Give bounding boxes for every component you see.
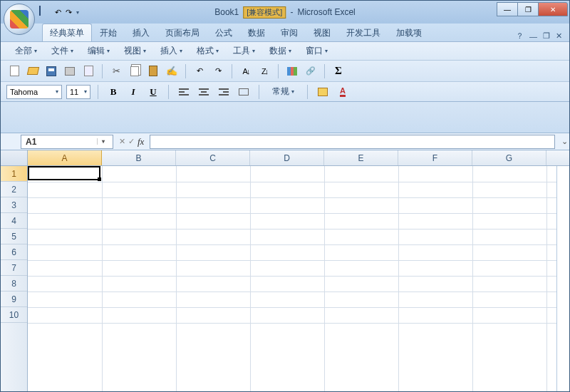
enter-formula-icon[interactable]: ✓ — [128, 137, 135, 146]
align-left-icon[interactable] — [176, 84, 192, 100]
tab-formulas[interactable]: 公式 — [207, 24, 240, 41]
merge-cells-icon[interactable] — [236, 84, 252, 100]
name-box[interactable]: A1 ▾ — [21, 135, 113, 149]
tab-developer[interactable]: 开发工具 — [338, 24, 388, 41]
close-button[interactable]: ✕ — [538, 2, 568, 16]
menu-window[interactable]: 窗口▾ — [300, 43, 333, 58]
font-name-select[interactable]: Tahoma ▾ — [6, 85, 62, 99]
print-icon[interactable] — [62, 63, 78, 79]
row-header-4[interactable]: 4 — [1, 213, 27, 229]
tab-insert[interactable]: 插入 — [125, 24, 157, 41]
child-close-icon[interactable]: ✕ — [556, 31, 562, 41]
row-header-5[interactable]: 5 — [1, 229, 27, 244]
select-all-corner[interactable] — [1, 150, 28, 165]
menu-data[interactable]: 数据▾ — [264, 43, 297, 58]
maximize-button[interactable]: ❐ — [517, 2, 539, 16]
menu-all[interactable]: 全部▾ — [9, 43, 43, 58]
tab-home[interactable]: 开始 — [92, 24, 125, 41]
separator — [278, 64, 279, 78]
qat-dropdown-icon[interactable]: ▾ — [76, 9, 79, 16]
col-header-f[interactable]: F — [398, 150, 472, 165]
tab-review[interactable]: 审阅 — [273, 24, 306, 41]
tab-addins[interactable]: 加载项 — [388, 24, 430, 41]
active-cell[interactable] — [28, 166, 100, 180]
separator — [102, 64, 103, 78]
menu-insert[interactable]: 插入▾ — [155, 43, 188, 58]
chevron-down-icon: ▾ — [56, 88, 58, 95]
undo-icon[interactable]: ↶ — [55, 8, 61, 17]
row-header-2[interactable]: 2 — [1, 182, 27, 197]
col-header-c[interactable]: C — [176, 150, 250, 165]
tab-page-layout[interactable]: 页面布局 — [157, 24, 207, 41]
col-header-g[interactable]: G — [472, 150, 546, 165]
menu-edit[interactable]: 编辑▾ — [82, 43, 115, 58]
row-header-3[interactable]: 3 — [1, 197, 27, 213]
cut-icon[interactable]: ✂ — [108, 63, 124, 79]
separator — [168, 85, 169, 99]
save-icon[interactable] — [43, 63, 59, 79]
col-header-d[interactable]: D — [250, 150, 324, 165]
autosum-icon[interactable]: Σ — [331, 63, 346, 79]
titlebar[interactable]: ↶ ↷ ▾ Book1 [兼容模式] - Microsoft Excel — ❐… — [1, 1, 569, 24]
save-icon[interactable] — [39, 6, 51, 18]
cancel-formula-icon[interactable]: ✕ — [119, 137, 125, 146]
tab-classic-menu[interactable]: 经典菜单 — [42, 24, 92, 41]
underline-button[interactable]: U — [145, 84, 161, 100]
bold-button[interactable]: B — [105, 84, 121, 100]
expand-formula-bar-icon[interactable]: ⌄ — [559, 137, 569, 146]
vertical-scrollbar[interactable] — [556, 166, 569, 391]
undo-icon[interactable]: ↶ — [192, 63, 207, 79]
redo-icon[interactable]: ↷ — [210, 63, 226, 79]
new-icon[interactable] — [6, 63, 22, 79]
row-header-1[interactable]: 1 — [1, 166, 27, 182]
number-format-select[interactable]: 常规▾ — [266, 84, 300, 99]
sort-asc-icon[interactable]: A↓ — [238, 63, 254, 79]
menu-tools[interactable]: 工具▾ — [227, 43, 261, 58]
row-header-9[interactable]: 9 — [1, 292, 27, 307]
child-min-icon[interactable]: — — [529, 32, 537, 41]
row-headers: 1 2 3 4 5 6 7 8 9 10 — [1, 166, 28, 391]
column-headers: A B C D E F G — [1, 150, 569, 166]
fx-icon[interactable]: fx — [138, 136, 144, 148]
tab-view[interactable]: 视图 — [306, 24, 338, 41]
col-header-b[interactable]: B — [102, 150, 176, 165]
chart-icon[interactable] — [284, 63, 300, 79]
minimize-button[interactable]: — — [497, 2, 518, 16]
col-header-a[interactable]: A — [28, 150, 102, 165]
hyperlink-icon[interactable]: 🔗 — [303, 63, 318, 79]
standard-toolbar: ✂ ✍ ↶ ↷ A↓ Z↓ 🔗 Σ — [1, 61, 569, 82]
menu-format[interactable]: 格式▾ — [191, 43, 224, 58]
align-right-icon[interactable] — [216, 84, 232, 100]
child-max-icon[interactable]: ❐ — [543, 31, 550, 41]
sort-desc-icon[interactable]: Z↓ — [256, 63, 272, 79]
row-header-7[interactable]: 7 — [1, 260, 27, 276]
help-icon[interactable]: ？ — [516, 31, 524, 41]
menu-file[interactable]: 文件▾ — [46, 43, 79, 58]
print-preview-icon[interactable] — [81, 63, 96, 79]
tab-data[interactable]: 数据 — [240, 24, 273, 41]
font-color-icon[interactable]: A — [335, 84, 351, 100]
row-header-6[interactable]: 6 — [1, 244, 27, 260]
row-header-10[interactable]: 10 — [1, 307, 27, 323]
open-icon[interactable] — [25, 63, 41, 79]
office-button[interactable] — [4, 4, 35, 35]
fill-color-icon[interactable] — [315, 84, 331, 100]
separator — [307, 85, 308, 99]
format-painter-icon[interactable]: ✍ — [164, 63, 180, 79]
worksheet-grid: A B C D E F G 1 2 3 4 5 6 7 8 9 10 — [1, 150, 569, 391]
row-header-8[interactable]: 8 — [1, 276, 27, 292]
cells-area[interactable] — [28, 166, 556, 391]
redo-icon[interactable]: ↷ — [66, 8, 72, 17]
quick-access-toolbar: ↶ ↷ ▾ — [39, 6, 79, 18]
font-size-select[interactable]: 11 ▾ — [66, 85, 90, 99]
col-header-e[interactable]: E — [324, 150, 398, 165]
chevron-down-icon[interactable]: ▾ — [97, 138, 108, 145]
formula-input[interactable] — [150, 135, 555, 149]
paste-icon[interactable] — [145, 63, 161, 79]
copy-icon[interactable] — [127, 63, 142, 79]
window-controls: — ❐ ✕ — [497, 2, 568, 16]
align-center-icon[interactable] — [196, 84, 212, 100]
menu-view[interactable]: 视图▾ — [118, 43, 152, 58]
separator — [259, 85, 259, 99]
italic-button[interactable]: I — [125, 84, 141, 100]
